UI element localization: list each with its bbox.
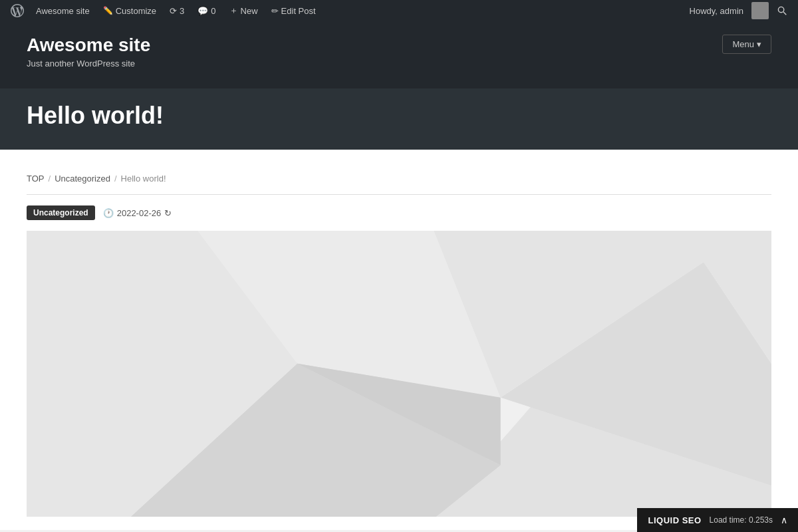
customize-icon: ✏️ — [103, 6, 113, 15]
breadcrumb-current: Hello world! — [121, 174, 166, 184]
breadcrumb-sep2: / — [114, 174, 117, 184]
new-label: New — [241, 6, 258, 16]
admin-search-button[interactable] — [771, 0, 793, 21]
liquid-seo-load-time: Load time: 0.253s — [710, 515, 773, 525]
liquid-seo-bar: LIQUID SEO Load time: 0.253s ∧ — [637, 508, 798, 530]
menu-label: Menu — [732, 39, 754, 49]
menu-button[interactable]: Menu ▾ — [722, 35, 771, 54]
new-icon: ＋ — [229, 5, 238, 17]
post-meta: Uncategorized 🕐 2022-02-26 ↻ — [27, 205, 771, 220]
svg-point-0 — [778, 7, 783, 12]
category-badge[interactable]: Uncategorized — [27, 205, 95, 220]
page-title: Hello world! — [27, 102, 771, 130]
edit-post-label: Edit Post — [281, 6, 316, 16]
wp-logo-button[interactable] — [5, 0, 29, 21]
main-content: TOP / Uncategorized / Hello world! Uncat… — [0, 150, 798, 530]
admin-bar-customize[interactable]: ✏️ Customize — [96, 0, 163, 21]
page-title-section: Hello world! — [0, 88, 798, 150]
breadcrumb-category[interactable]: Uncategorized — [55, 174, 110, 184]
admin-bar-edit-post[interactable]: ✏ Edit Post — [265, 0, 323, 21]
liquid-seo-title: LIQUID SEO — [648, 515, 701, 525]
site-header: Awesome site Just another WordPress site… — [0, 21, 798, 88]
breadcrumb-top[interactable]: TOP — [27, 174, 45, 184]
edit-post-icon: ✏ — [271, 6, 279, 16]
avatar — [751, 2, 769, 19]
liquid-seo-collapse-button[interactable]: ∧ — [781, 515, 787, 525]
post-date: 🕐 2022-02-26 ↻ — [103, 208, 172, 218]
admin-bar-left: Awesome site ✏️ Customize ⟳ 3 💬 0 ＋ New … — [5, 0, 684, 21]
revisions-icon: ⟳ — [170, 6, 177, 16]
comments-count: 0 — [211, 6, 215, 16]
post-date-value: 2022-02-26 — [117, 208, 162, 218]
customize-label: Customize — [116, 6, 156, 16]
site-tagline: Just another WordPress site — [27, 59, 150, 68]
breadcrumb: TOP / Uncategorized / Hello world! — [27, 163, 771, 195]
hero-image — [27, 231, 771, 517]
svg-line-1 — [783, 12, 786, 15]
revisions-count: 3 — [180, 6, 184, 16]
clock-icon: 🕐 — [103, 208, 114, 218]
site-title-block: Awesome site Just another WordPress site — [27, 35, 150, 68]
admin-bar-site-name[interactable]: Awesome site — [29, 0, 96, 21]
admin-bar: Awesome site ✏️ Customize ⟳ 3 💬 0 ＋ New … — [0, 0, 798, 21]
admin-bar-right: Howdy, admin — [684, 0, 793, 21]
howdy-text: Howdy, admin — [684, 6, 749, 16]
breadcrumb-sep1: / — [49, 174, 51, 184]
site-title[interactable]: Awesome site — [27, 35, 150, 56]
comments-icon: 💬 — [198, 6, 208, 16]
refresh-icon: ↻ — [164, 208, 172, 218]
admin-bar-site-name-label: Awesome site — [36, 6, 90, 16]
admin-bar-revisions[interactable]: ⟳ 3 — [163, 0, 191, 21]
menu-chevron-icon: ▾ — [757, 39, 761, 49]
admin-bar-new[interactable]: ＋ New — [223, 0, 265, 21]
admin-bar-comments[interactable]: 💬 0 — [191, 0, 222, 21]
